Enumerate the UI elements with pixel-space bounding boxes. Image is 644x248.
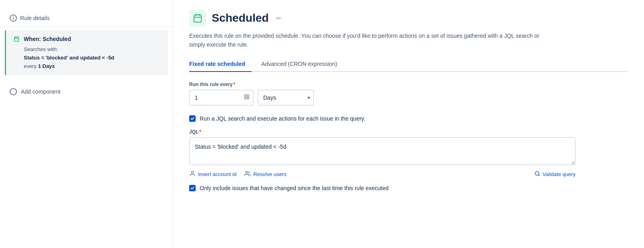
jql-required-star: * [199,129,201,135]
when-header: When: Scheduled [12,35,161,43]
searches-with-label: Searches with: [24,45,161,54]
insert-account-id-label: Insert account id [198,171,236,177]
when-body: Searches with: Status = 'blocked' and up… [12,45,161,70]
interval-label: 1 Days [38,63,55,69]
resolve-users-label: Resolve users [253,171,286,177]
svg-rect-0 [14,37,19,41]
sidebar-rule-details[interactable]: i Rule details [0,10,173,27]
calendar-icon [12,35,21,43]
jql-label: JQL * [189,129,576,135]
svg-line-15 [539,175,540,176]
every-label: every 1 Days [24,62,161,71]
page-title: Scheduled [212,12,269,25]
form-section: Run this rule every * [189,82,576,191]
info-icon: i [10,14,17,22]
jql-summary: Status = 'blocked' and updated < -5d [24,54,161,62]
add-component[interactable]: Add component [0,82,173,102]
tab-advanced-cron[interactable]: Advanced (CRON expression) [261,57,343,72]
svg-point-13 [246,171,248,173]
people-icon [244,170,251,178]
jql-checkbox[interactable] [189,115,196,122]
jql-checkbox-label: Run a JQL search and execute actions for… [200,115,365,122]
when-title: When: Scheduled [24,36,71,42]
tab-fixed-rate[interactable]: Fixed rate scheduled [189,57,252,72]
only-changed-label: Only include issues that have changed si… [200,185,388,191]
sidebar: i Rule details When: Scheduled Searches … [0,0,173,248]
main-content: Scheduled ✏ Executes this rule on the pr… [173,0,644,248]
add-component-label: Add component [21,88,60,95]
tabs: Fixed rate scheduled Advanced (CRON expr… [189,57,628,72]
sidebar-item-when[interactable]: When: Scheduled Searches with: Status = … [5,30,168,75]
main-header: Scheduled ✏ [189,10,628,27]
account-icon [189,170,196,178]
period-select-wrap: Minutes Hours Days Weeks ▾ [258,90,314,106]
jql-actions-left: Insert account id Resolve users [189,170,287,178]
number-input-wrap [189,90,254,106]
run-every-label: Run this rule every * [189,82,576,87]
interval-input[interactable] [189,90,254,106]
required-star: * [233,82,235,87]
search-icon [535,171,540,178]
svg-rect-4 [194,15,201,22]
period-select[interactable]: Minutes Hours Days Weeks [258,90,314,106]
main-description: Executes this rule on the provided sched… [189,31,551,49]
jql-actions-row: Insert account id Resolve users [189,170,576,178]
main-calendar-icon [189,10,206,27]
rule-details-label: Rule details [20,15,50,21]
run-every-row: Minutes Hours Days Weeks ▾ [189,90,576,106]
validate-query-button[interactable]: Validate query [535,171,576,178]
validate-query-label: Validate query [543,171,576,177]
only-changed-row: Only include issues that have changed si… [189,185,576,191]
jql-checkbox-row: Run a JQL search and execute actions for… [189,115,576,122]
svg-point-12 [191,171,193,173]
circle-icon [10,88,17,95]
insert-account-id-button[interactable]: Insert account id [189,170,236,178]
jql-textarea[interactable] [189,137,576,165]
edit-icon[interactable]: ✏ [276,14,281,22]
only-changed-checkbox[interactable] [189,185,196,191]
resolve-users-button[interactable]: Resolve users [244,170,286,178]
